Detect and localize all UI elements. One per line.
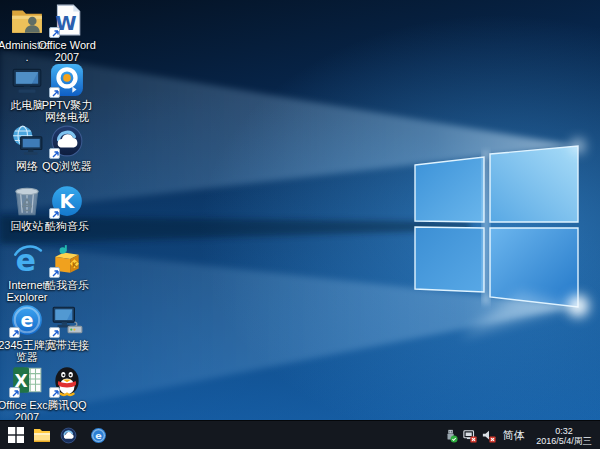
- icon-label: Office Word 2007: [37, 39, 97, 63]
- file-explorer-icon: [33, 428, 51, 443]
- language-indicator[interactable]: 简体: [500, 428, 528, 443]
- taskbar-clock[interactable]: 0:32 2016/5/4/周三: [532, 426, 598, 446]
- shortcut-arrow-icon: [49, 387, 60, 398]
- tencent-qq-icon: [50, 363, 84, 397]
- desktop-icon-tencent-qq[interactable]: 腾讯QQ: [37, 363, 97, 411]
- shortcut-arrow-icon: [49, 327, 60, 338]
- taskbar-2345-browser-button[interactable]: e: [85, 421, 111, 449]
- broadband-connection-icon: [50, 303, 84, 337]
- windows-logo-icon: [8, 427, 24, 443]
- icon-label: 酷我音乐: [45, 279, 89, 291]
- 2345-browser-taskbar-icon: e: [90, 427, 107, 444]
- desktop-icon-office-word-2007[interactable]: W Office Word 2007: [37, 3, 97, 63]
- icon-label: QQ浏览器: [42, 160, 92, 172]
- usb-safely-remove-icon: [444, 429, 458, 443]
- desktop-area[interactable]: Administra... W Office Word 2007: [0, 0, 600, 420]
- icon-label: 网络: [16, 160, 38, 172]
- desktop-icon-kuwo-music[interactable]: K 酷我音乐: [37, 243, 97, 291]
- taskbar-qq-browser-button[interactable]: [55, 421, 81, 449]
- icon-label: 宽带连接: [45, 339, 89, 351]
- shortcut-arrow-icon: [49, 208, 60, 219]
- icon-label: PPTV聚力 网络电视: [37, 99, 97, 123]
- windows-desktop-screen: Administra... W Office Word 2007: [0, 0, 600, 449]
- pptv-icon: [50, 63, 84, 97]
- qq-browser-icon: [50, 124, 84, 158]
- shortcut-arrow-icon: [49, 148, 60, 159]
- svg-text:e: e: [95, 430, 102, 441]
- desktop-icon-kugou-music[interactable]: K 酷狗音乐: [37, 184, 97, 232]
- desktop-icon-grid: Administra... W Office Word 2007: [0, 0, 140, 420]
- safely-remove-hardware-tray-button[interactable]: [443, 428, 458, 443]
- desktop-icon-qq-browser[interactable]: QQ浏览器: [37, 124, 97, 172]
- svg-text:K: K: [60, 190, 76, 213]
- volume-muted-icon: [482, 429, 496, 443]
- shortcut-arrow-icon: [49, 87, 60, 98]
- svg-text:e: e: [21, 309, 34, 332]
- shortcut-arrow-icon: [9, 327, 20, 338]
- qq-browser-taskbar-icon: [60, 427, 77, 444]
- clock-date: 2016/5/4/周三: [532, 436, 596, 446]
- kuwo-music-icon: K: [50, 243, 84, 277]
- taskbar: e: [0, 420, 600, 449]
- shortcut-arrow-icon: [9, 387, 20, 398]
- office-word-icon: W: [50, 3, 84, 37]
- system-tray: 简体 0:32 2016/5/4/周三: [443, 421, 598, 449]
- network-disconnected-icon: [463, 429, 477, 443]
- icon-label: 腾讯QQ: [47, 399, 86, 411]
- network-status-tray-button[interactable]: [462, 428, 477, 443]
- desktop-icon-pptv[interactable]: PPTV聚力 网络电视: [37, 63, 97, 123]
- taskbar-file-explorer-button[interactable]: [29, 421, 55, 449]
- shortcut-arrow-icon: [49, 27, 60, 38]
- shortcut-arrow-icon: [49, 267, 60, 278]
- clock-time: 0:32: [532, 426, 596, 436]
- kugou-music-icon: K: [50, 184, 84, 218]
- icon-label: 酷狗音乐: [45, 220, 89, 232]
- start-button[interactable]: [3, 421, 29, 449]
- volume-tray-button[interactable]: [481, 428, 496, 443]
- desktop-icon-broadband-connection[interactable]: 宽带连接: [37, 303, 97, 351]
